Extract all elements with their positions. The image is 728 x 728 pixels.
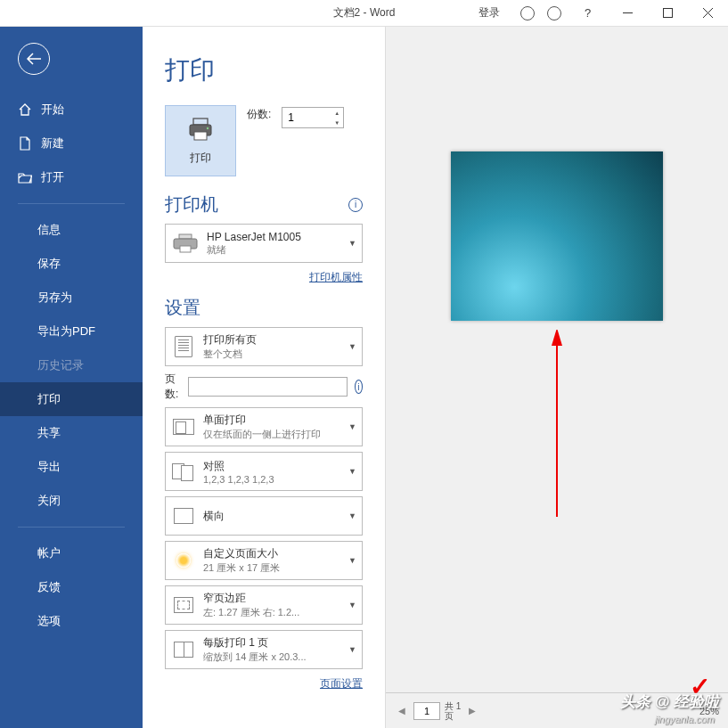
chevron-down-icon: ▼ xyxy=(348,556,356,565)
sidebar-item-home[interactable]: 开始 xyxy=(0,93,143,127)
printer-select[interactable]: HP LaserJet M1005 就绪 ▼ xyxy=(165,224,363,263)
duplex-select[interactable]: 单面打印 仅在纸面的一侧上进行打印 ▼ xyxy=(165,407,363,446)
sidebar-item-exportpdf[interactable]: 导出为PDF xyxy=(0,315,143,348)
chevron-down-icon: ▼ xyxy=(348,467,356,476)
pages-per-sheet-icon xyxy=(171,637,196,662)
close-button[interactable] xyxy=(688,0,728,27)
sidebar-label: 打开 xyxy=(41,169,64,185)
print-preview-panel: ◀ 共 1 页 ▶ 25% 头条 @ 经验啦 ✓ jingyanla.com xyxy=(385,27,728,728)
custom-size-icon xyxy=(171,548,196,573)
login-link[interactable]: 登录 xyxy=(471,5,507,20)
sidebar-item-feedback[interactable]: 反馈 xyxy=(0,570,143,604)
page-number-input[interactable] xyxy=(413,702,440,720)
sidebar-label: 保存 xyxy=(37,256,61,272)
svg-rect-10 xyxy=(180,246,191,252)
sidebar-label: 导出为PDF xyxy=(37,323,95,339)
new-icon xyxy=(18,136,32,151)
sidebar-item-options[interactable]: 选项 xyxy=(0,604,143,638)
pages-per-sheet-select[interactable]: 每版打印 1 页 缩放到 14 厘米 x 20.3... ▼ xyxy=(165,630,363,669)
info-icon[interactable]: i xyxy=(355,380,363,394)
chevron-down-icon: ▼ xyxy=(348,645,356,654)
sidebar-label: 选项 xyxy=(37,613,61,629)
check-icon: ✓ xyxy=(690,672,710,701)
help-button[interactable]: ? xyxy=(568,0,608,27)
next-page-button[interactable]: ▶ xyxy=(465,706,479,716)
annotation-arrow xyxy=(548,330,566,526)
collate-select[interactable]: 对照 1,2,3 1,2,3 1,2,3 ▼ xyxy=(165,452,363,491)
svg-rect-1 xyxy=(664,9,673,18)
back-button[interactable] xyxy=(18,43,50,75)
print-button[interactable]: 打印 xyxy=(165,105,236,176)
title-bar: 文档2 - Word 登录 ? xyxy=(0,0,728,27)
window-title: 文档2 - Word xyxy=(333,5,396,20)
page-title: 打印 xyxy=(165,53,363,87)
chevron-down-icon: ▼ xyxy=(348,511,356,520)
pages-input[interactable] xyxy=(188,377,348,397)
chevron-down-icon: ▼ xyxy=(348,239,356,248)
margins-icon xyxy=(171,593,196,618)
sidebar-label: 帐户 xyxy=(37,545,61,561)
sidebar-item-info[interactable]: 信息 xyxy=(0,213,143,247)
content-panel: 打印 打印 份数: ▲ ▼ 打印机 i xyxy=(143,27,385,728)
preview-page xyxy=(451,151,663,321)
divider xyxy=(18,203,125,204)
home-icon xyxy=(18,102,32,117)
total-pages: 共 1 页 xyxy=(445,701,461,721)
svg-rect-6 xyxy=(194,132,207,140)
sidebar-label: 关闭 xyxy=(37,493,61,509)
svg-rect-4 xyxy=(193,119,208,125)
printer-properties-link[interactable]: 打印机属性 xyxy=(309,271,363,283)
chevron-down-icon: ▼ xyxy=(348,601,356,609)
sidebar-label: 共享 xyxy=(37,425,61,441)
sidebar-item-saveas[interactable]: 另存为 xyxy=(0,281,143,315)
printer-status: 就绪 xyxy=(207,243,345,257)
printer-icon xyxy=(186,117,215,147)
sidebar: 开始 新建 打开 信息 保存 另存为 导出为PDF 历史记录 打印 共享 导出 … xyxy=(0,27,143,728)
printer-section-title: 打印机 i xyxy=(165,192,363,217)
sidebar-label: 历史记录 xyxy=(37,357,84,373)
sidebar-item-print[interactable]: 打印 xyxy=(0,382,143,416)
sidebar-item-share[interactable]: 共享 xyxy=(0,416,143,450)
page-setup-link[interactable]: 页面设置 xyxy=(320,677,363,690)
sidebar-item-account[interactable]: 帐户 xyxy=(0,536,143,570)
maximize-button[interactable] xyxy=(648,0,688,27)
smile-icon[interactable] xyxy=(514,0,541,27)
frown-icon[interactable] xyxy=(541,0,568,27)
minimize-button[interactable] xyxy=(608,0,648,27)
prev-page-button[interactable]: ◀ xyxy=(395,706,409,716)
pages-label: 页数: xyxy=(165,372,181,402)
single-side-icon xyxy=(171,414,196,439)
sidebar-item-new[interactable]: 新建 xyxy=(0,127,143,160)
copies-up[interactable]: ▲ xyxy=(331,108,343,118)
info-icon[interactable]: i xyxy=(348,198,363,212)
sidebar-label: 导出 xyxy=(37,459,61,475)
svg-point-7 xyxy=(207,127,209,128)
sidebar-label: 新建 xyxy=(41,135,64,151)
sidebar-label: 另存为 xyxy=(37,290,72,306)
printer-name: HP LaserJet M1005 xyxy=(207,231,345,243)
orientation-select[interactable]: 横向 ▼ xyxy=(165,496,363,536)
sidebar-item-save[interactable]: 保存 xyxy=(0,247,143,281)
chevron-down-icon: ▼ xyxy=(348,342,356,351)
sidebar-item-history[interactable]: 历史记录 xyxy=(0,348,143,382)
preview-content xyxy=(451,151,663,321)
page-size-select[interactable]: 自定义页面大小 21 厘米 x 17 厘米 ▼ xyxy=(165,541,363,580)
sidebar-label: 打印 xyxy=(37,391,61,407)
divider xyxy=(18,527,125,528)
svg-rect-8 xyxy=(179,234,192,239)
copies-label: 份数: xyxy=(247,107,271,122)
collate-icon xyxy=(171,459,196,484)
print-range-select[interactable]: 打印所有页 整个文档 ▼ xyxy=(165,327,363,366)
document-icon xyxy=(171,334,196,359)
sidebar-label: 反馈 xyxy=(37,579,61,595)
sidebar-item-export[interactable]: 导出 xyxy=(0,450,143,484)
sidebar-item-open[interactable]: 打开 xyxy=(0,160,143,194)
open-icon xyxy=(18,170,32,184)
margins-select[interactable]: 窄页边距 左: 1.27 厘米 右: 1.2... ▼ xyxy=(165,585,363,625)
orientation-icon xyxy=(171,503,196,528)
copies-down[interactable]: ▼ xyxy=(331,118,343,127)
watermark-url: jingyanla.com xyxy=(655,714,715,724)
chevron-down-icon: ▼ xyxy=(348,422,356,431)
sidebar-item-close[interactable]: 关闭 xyxy=(0,484,143,518)
printer-small-icon xyxy=(171,233,200,253)
